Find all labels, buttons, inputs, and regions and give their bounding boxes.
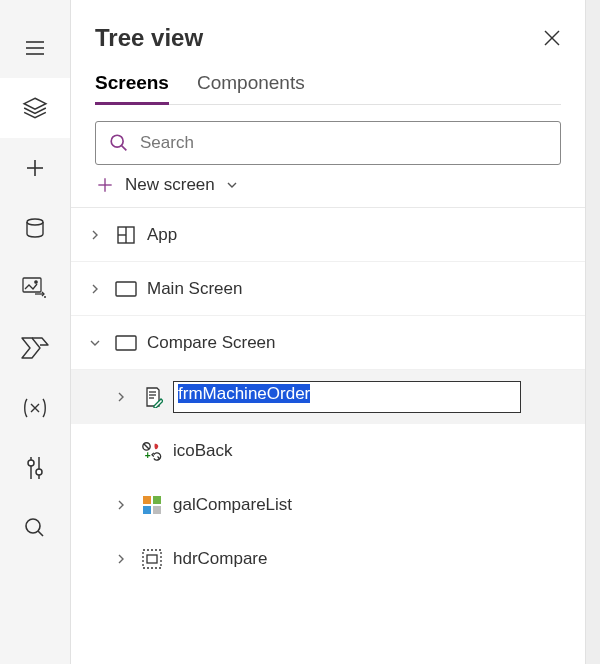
insert-icon[interactable]: [0, 138, 70, 198]
svg-line-17: [122, 146, 127, 151]
power-automate-icon[interactable]: [0, 318, 70, 378]
search-input[interactable]: [140, 133, 548, 153]
plus-icon: [95, 175, 115, 195]
tree-item-label: hdrCompare: [173, 549, 268, 569]
svg-point-12: [26, 519, 40, 533]
tree-item-frm-machine-order[interactable]: frmMachineOrder: [71, 370, 585, 424]
group-icon: [141, 548, 163, 570]
svg-rect-24: [116, 336, 136, 350]
tree-item-compare-screen[interactable]: Compare Screen: [71, 316, 585, 370]
tree-item-gal-compare-list[interactable]: galCompareList: [71, 478, 585, 532]
svg-rect-31: [143, 496, 151, 504]
tree-item-label: Main Screen: [147, 279, 242, 299]
chevron-right-icon[interactable]: [85, 225, 105, 245]
tree-item-label: galCompareList: [173, 495, 292, 515]
app-icon: [115, 224, 137, 246]
search-nav-icon[interactable]: [0, 498, 70, 558]
chevron-down-icon: [225, 178, 239, 192]
screen-icon: [115, 278, 137, 300]
tree-item-app[interactable]: App: [71, 208, 585, 262]
tree-item-label: App: [147, 225, 177, 245]
chevron-right-icon[interactable]: [111, 495, 131, 515]
svg-line-29: [144, 444, 150, 450]
search-box[interactable]: [95, 121, 561, 165]
chevron-right-icon[interactable]: [85, 279, 105, 299]
chevron-right-icon[interactable]: [111, 387, 131, 407]
search-icon: [108, 132, 130, 154]
svg-point-16: [111, 135, 123, 147]
svg-point-7: [35, 281, 37, 283]
variables-icon[interactable]: [0, 378, 70, 438]
tree-item-main-screen[interactable]: Main Screen: [71, 262, 585, 316]
tree-item-label: icoBack: [173, 441, 233, 461]
svg-rect-33: [143, 506, 151, 514]
tree-item-label: Compare Screen: [147, 333, 276, 353]
svg-rect-23: [116, 282, 136, 296]
tab-components[interactable]: Components: [197, 72, 305, 104]
svg-text:+: +: [145, 450, 151, 461]
svg-rect-36: [147, 555, 157, 563]
svg-point-5: [27, 219, 43, 225]
new-screen-button[interactable]: New screen: [71, 165, 585, 208]
tree-view-icon[interactable]: [0, 78, 70, 138]
tab-screens[interactable]: Screens: [95, 72, 169, 104]
media-icon[interactable]: [0, 258, 70, 318]
svg-point-11: [36, 469, 42, 475]
new-screen-label: New screen: [125, 175, 215, 195]
tabs: Screens Components: [95, 72, 561, 105]
hamburger-icon[interactable]: [0, 18, 70, 78]
advanced-tools-icon[interactable]: [0, 438, 70, 498]
svg-rect-34: [153, 506, 161, 514]
gallery-icon: [141, 494, 163, 516]
form-edit-icon: [141, 386, 163, 408]
tree-item-ico-back[interactable]: + icoBack: [71, 424, 585, 478]
svg-point-9: [28, 460, 34, 466]
close-icon[interactable]: [543, 29, 561, 47]
tree-item-hdr-compare[interactable]: hdrCompare: [71, 532, 585, 586]
chevron-down-icon[interactable]: [85, 333, 105, 353]
right-gutter: [586, 0, 600, 664]
left-nav-rail: [0, 0, 70, 664]
chevron-right-icon[interactable]: [111, 549, 131, 569]
data-icon[interactable]: [0, 198, 70, 258]
screen-icon: [115, 332, 137, 354]
tree-view-panel: Tree view Screens Components New screen: [70, 0, 586, 664]
icon-group-icon: +: [141, 440, 163, 462]
rename-input[interactable]: frmMachineOrder: [173, 381, 521, 413]
panel-title: Tree view: [95, 24, 203, 52]
svg-rect-6: [23, 278, 41, 292]
tree: App Main Screen Compare Screen: [71, 208, 585, 664]
svg-rect-32: [153, 496, 161, 504]
svg-line-13: [38, 531, 43, 536]
